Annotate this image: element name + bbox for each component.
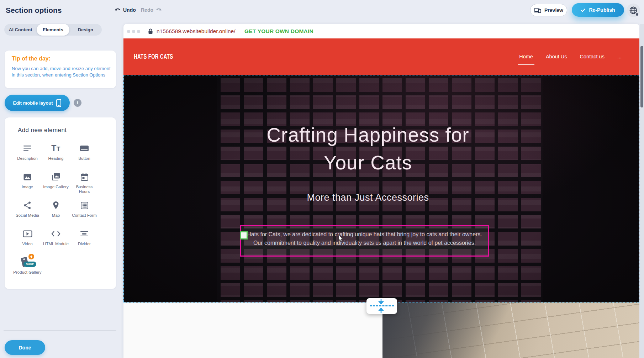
check-icon	[581, 8, 586, 12]
republish-label: Re-Publish	[589, 7, 615, 13]
resize-dashed-line	[370, 305, 394, 306]
hero-section[interactable]: Crafting Happiness for Your Cats More th…	[123, 75, 639, 302]
undo-icon	[115, 8, 121, 12]
hero-vignette	[123, 75, 639, 302]
business-hours-icon	[80, 170, 89, 183]
next-section-background	[123, 302, 382, 358]
image-icon	[23, 170, 32, 183]
globe-badge-dot	[636, 13, 638, 16]
code-brackets-icon	[51, 227, 60, 240]
redo-button[interactable]: Redo	[141, 7, 162, 13]
tab-design[interactable]: Design	[69, 24, 102, 36]
panel-divider	[4, 331, 116, 331]
element-description[interactable]: Description	[13, 142, 42, 170]
site-url[interactable]: n1566589.websitebuilder.online/	[157, 28, 235, 35]
description-icon	[23, 142, 32, 155]
element-divider[interactable]: Divider	[70, 227, 99, 256]
info-icon[interactable]: i	[74, 99, 81, 107]
redo-icon	[156, 8, 162, 12]
element-map[interactable]: Map	[42, 199, 70, 227]
social-media-icon	[23, 199, 31, 212]
preview-label: Preview	[544, 7, 563, 13]
element-grid: Description Tт Heading Button Image Imag…	[13, 142, 99, 284]
tip-title: Tip of the day:	[12, 56, 51, 62]
next-section-floor-image	[382, 302, 639, 358]
republish-button[interactable]: Re-Publish	[572, 3, 624, 17]
window-control-dots	[127, 30, 140, 33]
site-logo[interactable]: HATS FOR CATS	[134, 53, 173, 60]
arrow-down-icon	[378, 299, 384, 304]
preview-button[interactable]: Preview	[530, 4, 567, 16]
element-video[interactable]: Video	[13, 227, 42, 256]
nav-more-menu[interactable]: ...	[617, 52, 622, 61]
tab-elements[interactable]: Elements	[37, 24, 69, 36]
get-your-own-domain-link[interactable]: GET YOUR OWN DOMAIN	[244, 28, 313, 35]
selected-text-element[interactable]: Hats for Cats, we are dedicated to craft…	[240, 225, 489, 257]
site-header: HATS FOR CATS Home About Us Contact us .…	[123, 38, 639, 75]
shop-badge: SHOP	[23, 262, 36, 267]
panel-tabs: AI Content Elements Design	[4, 24, 102, 36]
heading-icon: Tт	[51, 142, 60, 155]
hero-heading[interactable]: Crafting Happiness for Your Cats	[123, 121, 612, 177]
element-heading[interactable]: Tт Heading	[42, 142, 70, 170]
element-html-module[interactable]: HTML Module	[42, 227, 70, 256]
lock-icon	[148, 28, 153, 34]
hero-paragraph[interactable]: Hats for Cats, we are dedicated to craft…	[244, 230, 485, 247]
hero-subheading[interactable]: More than Just Accessories	[123, 192, 612, 203]
image-gallery-icon	[51, 170, 60, 183]
edit-mobile-layout-button[interactable]: Edit mobile layout	[5, 95, 70, 111]
redo-label: Redo	[141, 7, 153, 13]
section-resize-handle[interactable]	[366, 298, 397, 314]
site-nav: Home About Us Contact us ...	[518, 38, 622, 75]
undo-button[interactable]: Undo	[115, 7, 136, 13]
element-business-hours[interactable]: Business Hours	[70, 170, 99, 199]
add-new-element-card: Add new element Description Tт Heading B…	[5, 117, 116, 289]
tip-of-the-day-card: Tip of the day: Now you can add, move an…	[5, 51, 116, 88]
tip-body: Now you can add, move and resize any ele…	[12, 65, 111, 78]
scrollbar-thumb[interactable]	[640, 46, 643, 107]
tab-ai-content[interactable]: AI Content	[4, 24, 37, 36]
undo-label: Undo	[123, 7, 136, 13]
video-play-icon	[23, 227, 32, 240]
element-product-gallery[interactable]: SHOP Product Gallery	[13, 256, 42, 284]
element-button[interactable]: Button	[70, 142, 99, 170]
edit-mobile-label: Edit mobile layout	[13, 100, 53, 106]
element-social-media[interactable]: Social Media	[13, 199, 42, 227]
selection-drag-handle[interactable]	[240, 231, 248, 239]
add-element-title: Add new element	[18, 127, 67, 134]
mouse-cursor	[338, 235, 344, 242]
browser-chrome-bar: n1566589.websitebuilder.online/ GET YOUR…	[123, 24, 639, 38]
button-icon	[79, 142, 89, 155]
nav-home[interactable]: Home	[518, 52, 534, 61]
contact-form-icon	[80, 199, 89, 212]
arrow-up-icon	[378, 308, 384, 313]
element-image[interactable]: Image	[13, 170, 42, 199]
upgrade-arrow-badge	[28, 254, 34, 259]
page-title: Section options	[6, 6, 62, 15]
browser-preview-window: n1566589.websitebuilder.online/ GET YOUR…	[123, 24, 639, 358]
devices-icon	[534, 7, 542, 13]
element-contact-form[interactable]: Contact Form	[70, 199, 99, 227]
done-button[interactable]: Done	[5, 340, 45, 355]
phone-icon	[56, 99, 61, 107]
element-image-gallery[interactable]: Image Gallery	[42, 170, 70, 199]
nav-contact-us[interactable]: Contact us	[579, 52, 605, 61]
divider-icon	[80, 227, 89, 240]
product-gallery-icon: SHOP	[20, 256, 35, 269]
map-pin-icon	[53, 199, 59, 212]
nav-about-us[interactable]: About Us	[545, 52, 568, 61]
